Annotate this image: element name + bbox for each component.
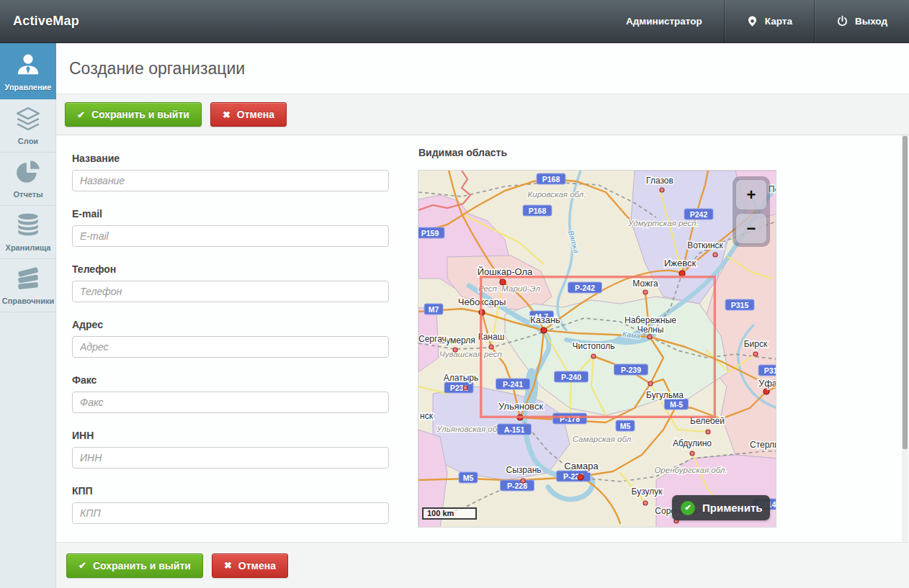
inn-label: ИНН [72, 430, 389, 441]
svg-text:Алатырь: Алатырь [444, 373, 478, 383]
inn-input[interactable] [72, 447, 389, 469]
zoom-out-button[interactable]: − [735, 213, 767, 244]
save-and-exit-button[interactable]: ✔ Сохранить и выйти [65, 102, 202, 127]
svg-text:М5: М5 [463, 474, 474, 482]
cancel-button[interactable]: ✖ Отмена [210, 102, 287, 127]
page-header: Создание организации [56, 43, 909, 94]
phone-label: Телефон [72, 263, 389, 275]
svg-text:Самарская обл.: Самарская обл. [573, 435, 634, 443]
pie-chart-icon [14, 158, 42, 186]
svg-text:Бузулук: Бузулук [632, 487, 663, 497]
map-canvas[interactable]: КамаКамаВятка Кировская обл.Удмуртская р… [418, 170, 776, 528]
map-selection-rect[interactable] [480, 276, 716, 418]
check-circle-icon: ✔ [681, 501, 695, 515]
bottom-toolbar: ✔ Сохранить и выйти ✖ Отмена [56, 542, 909, 588]
layers-icon [14, 105, 42, 132]
sidebar-item-storages[interactable]: Хранилища [0, 206, 56, 259]
content-area: Название E-mail Телефон Адрес Факс [56, 135, 909, 542]
svg-text:М5: М5 [620, 422, 631, 430]
sidebar-item-label: Управление [4, 83, 51, 91]
svg-text:А-151: А-151 [504, 425, 525, 434]
field-address: Адрес [72, 319, 389, 358]
books-icon [14, 265, 42, 292]
header-map-link[interactable]: Карта [725, 0, 814, 42]
svg-text:Оренбургская обл.: Оренбургская обл. [654, 466, 727, 474]
sidebar-item-layers[interactable]: Слои [0, 99, 56, 153]
sidebar: Управление Слои Отчеты [0, 43, 56, 588]
svg-text:Ижевск: Ижевск [664, 258, 697, 268]
svg-text:Самара: Самара [564, 461, 599, 471]
header-logout[interactable]: Выход [815, 0, 909, 42]
cancel-button-bottom[interactable]: ✖ Отмена [212, 553, 288, 578]
name-label: Название [72, 153, 389, 164]
svg-text:Р242: Р242 [690, 210, 708, 219]
x-icon: ✖ [224, 560, 232, 571]
header-logout-label: Выход [855, 16, 887, 27]
field-phone: Телефон [72, 263, 389, 302]
save-button-label: Сохранить и выйти [93, 560, 191, 571]
sidebar-item-management[interactable]: Управление [0, 43, 56, 99]
check-icon: ✔ [79, 560, 86, 571]
sidebar-item-reports[interactable]: Отчеты [0, 153, 56, 206]
kpp-label: КПП [72, 485, 389, 497]
user-icon [14, 51, 42, 78]
sidebar-item-dictionaries[interactable]: Справочники [0, 259, 56, 312]
svg-text:Р315: Р315 [731, 301, 749, 309]
field-kpp: КПП [72, 485, 389, 524]
sidebar-item-label: Справочники [2, 297, 55, 305]
top-header: ActiveMap Администратор Карта Выход [0, 0, 909, 43]
header-user[interactable]: Администратор [604, 0, 724, 42]
zoom-in-button[interactable]: + [735, 179, 767, 210]
svg-text:Глазов: Глазов [646, 176, 673, 186]
svg-text:Сызрань: Сызрань [506, 465, 541, 475]
map-zoom-control: + − [733, 176, 770, 247]
activemap-app: ActiveMap Администратор Карта Выход [0, 0, 909, 588]
svg-text:Р168: Р168 [542, 175, 560, 184]
header-map-label: Карта [765, 16, 792, 27]
email-label: E-mail [72, 208, 389, 220]
save-button-label: Сохранить и выйти [91, 109, 189, 120]
visible-area-label: Видимая область [418, 147, 507, 158]
map-pin-icon [746, 15, 758, 27]
svg-text:Кировская обл.: Кировская обл. [528, 190, 586, 199]
svg-text:нск: нск [420, 411, 434, 421]
svg-text:Удмуртская респ.: Удмуртская респ. [627, 219, 699, 227]
field-fax: Факс [72, 374, 389, 413]
svg-text:М7: М7 [429, 305, 439, 314]
x-icon: ✖ [223, 109, 230, 120]
check-icon: ✔ [77, 109, 85, 120]
svg-text:Р315: Р315 [764, 366, 776, 375]
database-icon [14, 212, 42, 239]
apply-button[interactable]: ✔ Применить [672, 495, 770, 520]
fax-input[interactable] [72, 392, 389, 413]
phone-input[interactable] [72, 281, 389, 302]
svg-text:Р159: Р159 [421, 229, 439, 238]
cancel-button-label: Отмена [237, 109, 274, 120]
sidebar-item-label: Слои [18, 137, 38, 145]
email-input[interactable] [72, 225, 389, 247]
cancel-button-label: Отмена [238, 560, 276, 571]
svg-text:Уфа: Уфа [758, 378, 776, 389]
app-logo: ActiveMap [0, 14, 79, 29]
save-and-exit-button-bottom[interactable]: ✔ Сохранить и выйти [66, 553, 203, 578]
header-user-label: Администратор [626, 16, 702, 27]
address-label: Адрес [72, 319, 389, 330]
header-menu: Администратор Карта Выход [604, 0, 909, 42]
kpp-input[interactable] [72, 502, 389, 524]
field-name: Название [72, 153, 389, 191]
apply-button-label: Применить [702, 502, 762, 514]
address-input[interactable] [72, 336, 389, 358]
scrollbar-thumb[interactable] [903, 136, 908, 449]
svg-text:Сергач: Сергач [418, 334, 447, 344]
sidebar-item-label: Хранилища [6, 243, 51, 252]
svg-text:Р168: Р168 [529, 207, 547, 215]
svg-text:Бирск: Бирск [744, 339, 768, 349]
scrollbar-track[interactable] [902, 135, 908, 542]
sidebar-item-label: Отчеты [13, 190, 42, 199]
top-toolbar: ✔ Сохранить и выйти ✖ Отмена [56, 94, 909, 135]
name-input[interactable] [72, 170, 389, 191]
map-scale-bar: 100 km [422, 507, 477, 520]
page-title: Создание организации [56, 59, 245, 78]
fax-label: Факс [72, 374, 389, 386]
field-inn: ИНН [72, 430, 389, 469]
